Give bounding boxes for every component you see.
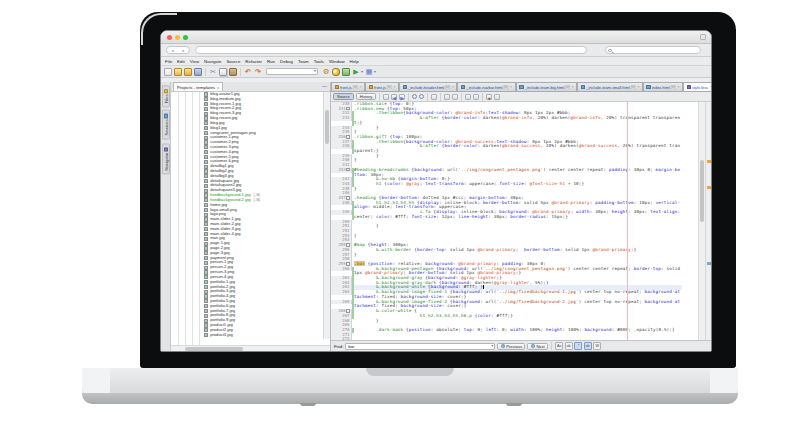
editor-tab-front-js[interactable]: front.js[M]× [365, 82, 399, 91]
macro-start-icon[interactable]: ● [486, 94, 492, 100]
menu-item-file[interactable]: File [165, 57, 172, 66]
close-tab-icon[interactable]: × [510, 85, 512, 89]
undo-icon[interactable]: ↶ [244, 68, 252, 76]
editor-tab--include-team-small-html[interactable]: _include-team-small.html[M]× [577, 82, 643, 91]
close-icon[interactable]: x [217, 85, 219, 90]
menu-item-debug[interactable]: Debug [280, 57, 293, 66]
key-icon[interactable] [332, 68, 340, 76]
close-window-button[interactable] [167, 35, 172, 40]
new-file-icon[interactable] [164, 68, 172, 76]
macro-stop-icon[interactable] [494, 94, 500, 100]
code-fold-icon[interactable]: − [346, 262, 349, 265]
editor-tab-front-js[interactable]: front.js[M]× [331, 82, 365, 91]
find-input[interactable]: bar [345, 343, 495, 350]
error-stripe[interactable] [705, 102, 711, 340]
menu-item-source[interactable]: Source [226, 57, 240, 66]
back-icon[interactable]: ◂ [171, 48, 173, 53]
find-option-toggle[interactable]: .* [574, 342, 582, 350]
find-option-toggle[interactable]: Aa [555, 342, 563, 350]
editor-tab-style-less[interactable]: style.less× [683, 82, 711, 91]
close-tab-icon[interactable]: × [710, 85, 711, 89]
indent-icon[interactable] [465, 94, 471, 100]
menu-item-refactor[interactable]: Refactor [245, 57, 262, 66]
last-edit-icon[interactable] [383, 94, 389, 100]
cut-icon[interactable]: ✂ [209, 68, 217, 76]
open-project-icon[interactable] [184, 68, 192, 76]
line-number: 260 [331, 267, 352, 272]
history-view-button[interactable]: History [356, 93, 376, 100]
warning-mark[interactable] [707, 186, 711, 189]
new-project-icon[interactable] [174, 68, 182, 76]
dropdown-caret-icon[interactable]: ▾ [374, 69, 376, 74]
indent-icon[interactable] [473, 94, 479, 100]
build-icon[interactable]: ⚙ [322, 68, 330, 76]
tree-vertical-scrollbar[interactable] [323, 92, 330, 339]
paste-icon[interactable] [229, 68, 237, 76]
find-option-toggle[interactable]: ab [565, 342, 573, 350]
dropdown-caret-icon[interactable]: ▾ [361, 69, 363, 74]
close-tab-icon[interactable]: × [359, 85, 361, 89]
close-tab-icon[interactable]: × [452, 85, 454, 89]
menu-item-view[interactable]: View [190, 57, 199, 66]
find-icon[interactable] [412, 94, 417, 99]
menu-item-tools[interactable]: Tools [314, 57, 324, 66]
close-tab-icon[interactable]: × [572, 85, 574, 89]
zoom-window-button[interactable] [183, 35, 188, 40]
deploy-icon[interactable] [342, 68, 350, 76]
search-input[interactable] [605, 46, 701, 54]
rail-tab-navigator[interactable]: Navigator [162, 143, 170, 174]
menu-item-window[interactable]: Window [329, 57, 345, 66]
find-next-button[interactable]: Next [527, 343, 548, 350]
forward-icon[interactable]: ▸ [182, 48, 184, 53]
back-forward-buttons[interactable]: ◂▸ [166, 46, 190, 54]
editor-tab--include-team-big-html[interactable]: _include-team-big.html[M]× [516, 82, 578, 91]
minimize-panel-icon[interactable]: — [322, 84, 327, 89]
close-tab-icon[interactable]: × [637, 85, 639, 89]
editor-tab--include-navbar-html[interactable]: _include-navbar.html[M]× [457, 82, 515, 91]
rail-tab-services[interactable]: Services [162, 110, 170, 140]
find-option-toggle[interactable]: ab [584, 342, 592, 350]
save-all-icon[interactable] [194, 68, 202, 76]
scrollbar-thumb[interactable] [325, 110, 329, 144]
resize-icon[interactable] [700, 34, 706, 40]
run-icon[interactable]: ▶ [352, 68, 360, 76]
editor-tab-index-html[interactable]: index.html[M]× [643, 82, 683, 91]
comment-icon[interactable] [452, 94, 458, 100]
scrollbar-thumb[interactable] [185, 347, 243, 351]
tree-file[interactable]: product3.jpg [171, 333, 330, 338]
find-option-toggle[interactable]: W [593, 342, 601, 350]
projects-tab[interactable]: Projects - templates x [173, 82, 223, 91]
comment-icon[interactable] [444, 94, 450, 100]
url-input[interactable] [195, 46, 587, 54]
menu-item-team[interactable]: Team [298, 57, 309, 66]
minimize-window-button[interactable] [175, 35, 180, 40]
config-combo[interactable] [266, 68, 318, 75]
menu-item-edit[interactable]: Edit [177, 57, 185, 66]
window-titlebar[interactable] [161, 31, 711, 44]
menu-item-help[interactable]: Help [350, 57, 359, 66]
menu-item-navigate[interactable]: Navigate [204, 57, 221, 66]
profile-icon[interactable]: ▦ [365, 68, 373, 76]
back-icon[interactable]: ◀ [391, 94, 397, 100]
code-fold-icon[interactable]: − [346, 135, 349, 138]
tree-horizontal-scrollbar[interactable] [171, 345, 330, 351]
code-editor[interactable]: 230.ribbon.sale {top: 0;}231−.ribbon.new… [331, 102, 711, 340]
code-fold-icon[interactable]: − [346, 168, 349, 171]
redo-icon[interactable]: ↷ [254, 68, 262, 76]
tab-label: style.less [692, 85, 708, 90]
find-previous-button[interactable]: Previous [497, 343, 525, 350]
menu-item-run[interactable]: Run [267, 57, 275, 66]
scrollbar-thumb[interactable] [700, 160, 704, 222]
divider [379, 93, 380, 101]
highlight-icon[interactable] [431, 94, 437, 100]
editor-vertical-scrollbar[interactable] [698, 102, 705, 340]
find-icon[interactable] [419, 94, 424, 99]
warning-mark[interactable] [707, 160, 711, 163]
rail-tab-files[interactable]: Files [162, 85, 170, 107]
copy-icon[interactable] [219, 68, 227, 76]
close-tab-icon[interactable]: × [677, 85, 679, 89]
forward-icon[interactable]: ▶ [399, 94, 405, 100]
editor-tab--include-header-html[interactable]: _include-header.html[M]× [399, 82, 457, 91]
close-tab-icon[interactable]: × [393, 85, 395, 89]
source-view-button[interactable]: Source [333, 93, 354, 100]
